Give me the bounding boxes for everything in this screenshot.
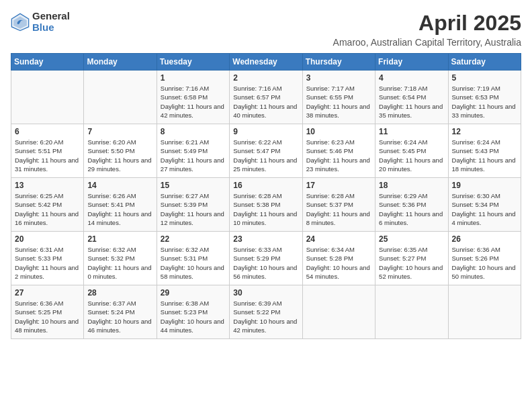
week-row-4: 20Sunrise: 6:31 AMSunset: 5:33 PMDayligh… xyxy=(11,232,521,285)
day-number: 14 xyxy=(87,181,152,190)
day-info: Sunrise: 6:22 AMSunset: 5:47 PMDaylight:… xyxy=(233,138,298,173)
day-info: Sunrise: 6:27 AMSunset: 5:39 PMDaylight:… xyxy=(161,191,226,227)
week-row-5: 27Sunrise: 6:36 AMSunset: 5:25 PMDayligh… xyxy=(11,285,521,339)
day-cell: 4Sunrise: 7:18 AMSunset: 6:54 PMDaylight… xyxy=(375,71,448,124)
day-number: 24 xyxy=(306,234,371,244)
day-cell: 9Sunrise: 6:22 AMSunset: 5:47 PMDaylight… xyxy=(230,124,302,178)
day-number: 17 xyxy=(306,181,371,190)
day-info: Sunrise: 6:31 AMSunset: 5:33 PMDaylight:… xyxy=(15,245,80,281)
calendar-subtitle: Amaroo, Australian Capital Territory, Au… xyxy=(333,37,521,48)
day-info: Sunrise: 6:35 AMSunset: 5:27 PMDaylight:… xyxy=(379,245,444,281)
day-number: 5 xyxy=(452,73,517,83)
day-cell: 10Sunrise: 6:23 AMSunset: 5:46 PMDayligh… xyxy=(302,124,375,178)
day-cell: 11Sunrise: 6:24 AMSunset: 5:45 PMDayligh… xyxy=(375,124,448,178)
day-number: 26 xyxy=(452,234,517,244)
day-number: 18 xyxy=(379,181,444,190)
day-number: 1 xyxy=(161,73,226,83)
day-header-monday: Monday xyxy=(84,54,157,71)
day-cell: 17Sunrise: 6:28 AMSunset: 5:37 PMDayligh… xyxy=(302,178,375,232)
day-cell: 1Sunrise: 7:16 AMSunset: 6:58 PMDaylight… xyxy=(157,71,229,124)
day-info: Sunrise: 6:36 AMSunset: 5:25 PMDaylight:… xyxy=(15,299,80,334)
day-number: 23 xyxy=(233,234,298,244)
day-cell: 27Sunrise: 6:36 AMSunset: 5:25 PMDayligh… xyxy=(11,285,84,339)
day-cell: 7Sunrise: 6:20 AMSunset: 5:50 PMDaylight… xyxy=(84,124,157,178)
day-cell: 14Sunrise: 6:26 AMSunset: 5:41 PMDayligh… xyxy=(84,178,157,232)
day-info: Sunrise: 6:20 AMSunset: 5:51 PMDaylight:… xyxy=(15,138,80,173)
day-cell: 13Sunrise: 6:25 AMSunset: 5:42 PMDayligh… xyxy=(11,178,84,232)
day-cell xyxy=(84,71,157,124)
day-info: Sunrise: 6:23 AMSunset: 5:46 PMDaylight:… xyxy=(306,138,371,173)
day-info: Sunrise: 6:21 AMSunset: 5:49 PMDaylight:… xyxy=(161,138,226,173)
day-info: Sunrise: 6:37 AMSunset: 5:24 PMDaylight:… xyxy=(87,299,152,334)
day-info: Sunrise: 7:16 AMSunset: 6:57 PMDaylight:… xyxy=(233,84,298,120)
day-cell: 21Sunrise: 6:32 AMSunset: 5:32 PMDayligh… xyxy=(84,232,157,285)
day-header-friday: Friday xyxy=(375,54,448,71)
day-header-wednesday: Wednesday xyxy=(230,54,302,71)
day-cell: 6Sunrise: 6:20 AMSunset: 5:51 PMDaylight… xyxy=(11,124,84,178)
day-info: Sunrise: 6:38 AMSunset: 5:23 PMDaylight:… xyxy=(161,299,226,334)
day-cell: 28Sunrise: 6:37 AMSunset: 5:24 PMDayligh… xyxy=(84,285,157,339)
day-number: 9 xyxy=(233,127,298,136)
day-cell: 19Sunrise: 6:30 AMSunset: 5:34 PMDayligh… xyxy=(448,178,521,232)
logo-general: General xyxy=(32,11,70,22)
day-info: Sunrise: 6:34 AMSunset: 5:28 PMDaylight:… xyxy=(306,245,371,281)
day-info: Sunrise: 6:33 AMSunset: 5:29 PMDaylight:… xyxy=(233,245,298,281)
day-number: 30 xyxy=(233,288,298,298)
day-number: 20 xyxy=(15,234,80,244)
day-number: 12 xyxy=(452,127,517,136)
day-cell: 8Sunrise: 6:21 AMSunset: 5:49 PMDaylight… xyxy=(157,124,229,178)
day-number: 15 xyxy=(161,181,226,190)
day-number: 2 xyxy=(233,73,298,83)
day-info: Sunrise: 6:20 AMSunset: 5:50 PMDaylight:… xyxy=(87,138,152,173)
day-info: Sunrise: 6:25 AMSunset: 5:42 PMDaylight:… xyxy=(15,191,80,227)
day-info: Sunrise: 6:30 AMSunset: 5:34 PMDaylight:… xyxy=(452,191,517,227)
day-info: Sunrise: 6:32 AMSunset: 5:32 PMDaylight:… xyxy=(87,245,152,281)
day-info: Sunrise: 6:28 AMSunset: 5:37 PMDaylight:… xyxy=(306,191,371,227)
week-row-1: 1Sunrise: 7:16 AMSunset: 6:58 PMDaylight… xyxy=(11,71,521,124)
logo-text: General Blue xyxy=(32,11,70,33)
day-cell xyxy=(448,285,521,339)
day-number: 7 xyxy=(87,127,152,136)
day-cell: 3Sunrise: 7:17 AMSunset: 6:55 PMDaylight… xyxy=(302,71,375,124)
day-number: 21 xyxy=(87,234,152,244)
logo-icon xyxy=(11,13,30,32)
day-info: Sunrise: 7:17 AMSunset: 6:55 PMDaylight:… xyxy=(306,84,371,120)
logo-blue: Blue xyxy=(32,22,70,34)
day-info: Sunrise: 6:39 AMSunset: 5:22 PMDaylight:… xyxy=(233,299,298,334)
calendar-title: April 2025 xyxy=(333,11,521,36)
day-number: 13 xyxy=(15,181,80,190)
day-number: 22 xyxy=(161,234,226,244)
day-cell: 12Sunrise: 6:24 AMSunset: 5:43 PMDayligh… xyxy=(448,124,521,178)
days-header-row: SundayMondayTuesdayWednesdayThursdayFrid… xyxy=(11,54,521,71)
day-cell: 29Sunrise: 6:38 AMSunset: 5:23 PMDayligh… xyxy=(157,285,229,339)
day-cell: 24Sunrise: 6:34 AMSunset: 5:28 PMDayligh… xyxy=(302,232,375,285)
day-number: 3 xyxy=(306,73,371,83)
day-cell xyxy=(11,71,84,124)
day-number: 28 xyxy=(87,288,152,298)
calendar-table: SundayMondayTuesdayWednesdayThursdayFrid… xyxy=(11,53,521,339)
day-cell: 18Sunrise: 6:29 AMSunset: 5:36 PMDayligh… xyxy=(375,178,448,232)
day-info: Sunrise: 7:18 AMSunset: 6:54 PMDaylight:… xyxy=(379,84,444,120)
day-cell xyxy=(375,285,448,339)
day-cell: 2Sunrise: 7:16 AMSunset: 6:57 PMDaylight… xyxy=(230,71,302,124)
day-header-thursday: Thursday xyxy=(302,54,375,71)
week-row-2: 6Sunrise: 6:20 AMSunset: 5:51 PMDaylight… xyxy=(11,124,521,178)
day-cell: 5Sunrise: 7:19 AMSunset: 6:53 PMDaylight… xyxy=(448,71,521,124)
day-cell: 16Sunrise: 6:28 AMSunset: 5:38 PMDayligh… xyxy=(230,178,302,232)
day-info: Sunrise: 6:26 AMSunset: 5:41 PMDaylight:… xyxy=(87,191,152,227)
day-number: 19 xyxy=(452,181,517,190)
day-info: Sunrise: 6:28 AMSunset: 5:38 PMDaylight:… xyxy=(233,191,298,227)
day-number: 4 xyxy=(379,73,444,83)
logo: General Blue xyxy=(11,11,70,33)
day-number: 11 xyxy=(379,127,444,136)
day-cell: 25Sunrise: 6:35 AMSunset: 5:27 PMDayligh… xyxy=(375,232,448,285)
day-header-saturday: Saturday xyxy=(448,54,521,71)
day-number: 8 xyxy=(161,127,226,136)
day-info: Sunrise: 6:32 AMSunset: 5:31 PMDaylight:… xyxy=(161,245,226,281)
day-cell: 26Sunrise: 6:36 AMSunset: 5:26 PMDayligh… xyxy=(448,232,521,285)
day-cell: 30Sunrise: 6:39 AMSunset: 5:22 PMDayligh… xyxy=(230,285,302,339)
day-number: 25 xyxy=(379,234,444,244)
week-row-3: 13Sunrise: 6:25 AMSunset: 5:42 PMDayligh… xyxy=(11,178,521,232)
day-info: Sunrise: 7:19 AMSunset: 6:53 PMDaylight:… xyxy=(452,84,517,120)
day-cell: 23Sunrise: 6:33 AMSunset: 5:29 PMDayligh… xyxy=(230,232,302,285)
